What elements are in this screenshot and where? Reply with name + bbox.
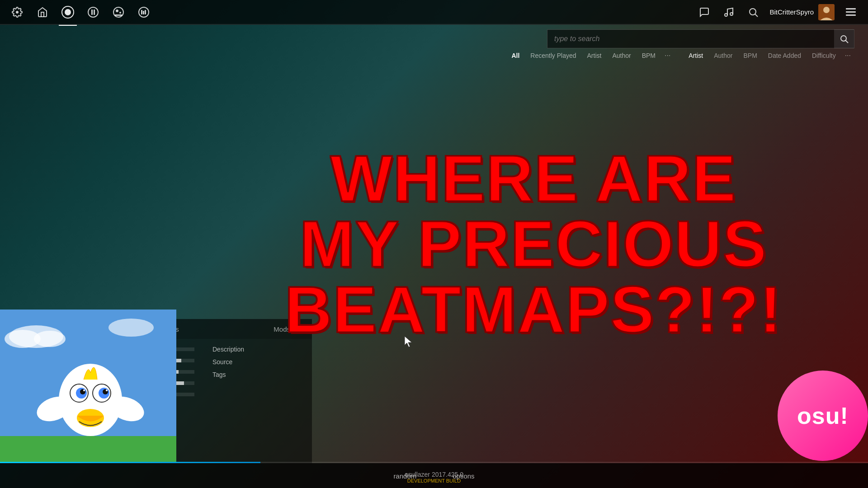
username: BitCritterSpyro xyxy=(769,8,814,16)
sort-tab-author[interactable]: Author xyxy=(708,50,738,61)
character-image xyxy=(0,310,176,463)
svg-point-14 xyxy=(730,13,733,15)
progress-bar xyxy=(0,462,868,463)
settings-icon[interactable] xyxy=(9,4,25,20)
sort-more-button[interactable]: ··· xyxy=(841,50,854,61)
version-info: osullazer 2017.425.0 DEVELOPMENT BUILD xyxy=(405,471,463,483)
svg-point-13 xyxy=(725,14,727,16)
svg-rect-3 xyxy=(91,9,93,15)
svg-point-6 xyxy=(116,9,118,12)
nav-right-icons: BitCritterSpyro xyxy=(687,4,868,20)
svg-point-29 xyxy=(108,319,154,337)
sort-tab-difficulty[interactable]: Difficulty xyxy=(807,50,841,61)
svg-rect-4 xyxy=(94,9,95,15)
description-link[interactable]: Description xyxy=(212,346,303,353)
mania-mode-icon[interactable] xyxy=(136,4,152,20)
sort-tab-date-added[interactable]: Date Added xyxy=(763,50,807,61)
nav-search-icon[interactable] xyxy=(745,4,761,20)
tags-link[interactable]: Tags xyxy=(212,371,303,378)
mods-toggle-button[interactable] xyxy=(294,324,303,333)
svg-rect-12 xyxy=(145,10,146,14)
ctb-mode-icon[interactable] xyxy=(110,4,127,20)
filter-tabs: All Recently Played Artist Author BPM ··… xyxy=(506,50,854,61)
svg-point-7 xyxy=(119,12,121,14)
search-input[interactable] xyxy=(547,35,834,43)
filter-tab-author[interactable]: Author xyxy=(607,50,636,61)
svg-rect-10 xyxy=(141,10,142,14)
mods-label: Mods xyxy=(274,325,290,333)
search-box xyxy=(547,29,854,48)
filter-tab-all[interactable]: All xyxy=(506,50,525,61)
svg-rect-21 xyxy=(846,14,856,16)
svg-point-2 xyxy=(88,7,98,17)
svg-point-15 xyxy=(750,9,756,15)
nav-left-icons xyxy=(0,4,161,20)
stats-info: Description Source Tags xyxy=(212,346,303,402)
filter-tab-recently-played[interactable]: Recently Played xyxy=(525,50,581,61)
svg-rect-8 xyxy=(115,14,122,16)
sort-tab-artist[interactable]: Artist xyxy=(683,50,708,61)
svg-point-18 xyxy=(823,7,830,13)
svg-point-39 xyxy=(106,389,108,391)
hamburger-menu[interactable] xyxy=(843,4,859,20)
user-avatar xyxy=(818,4,835,20)
version-dev: DEVELOPMENT BUILD xyxy=(405,478,463,483)
svg-rect-19 xyxy=(846,8,856,9)
sort-tabs: Artist Author BPM Date Added Difficulty … xyxy=(683,50,854,61)
search-area xyxy=(547,29,854,48)
music-icon[interactable] xyxy=(721,4,737,20)
svg-rect-20 xyxy=(846,11,856,13)
character-sprite xyxy=(0,310,176,463)
osu-mode-icon[interactable] xyxy=(60,4,76,20)
chat-icon[interactable] xyxy=(696,4,712,20)
svg-point-28 xyxy=(34,331,66,347)
svg-rect-25 xyxy=(0,436,176,463)
home-icon[interactable] xyxy=(34,4,51,20)
filter-tab-artist[interactable]: Artist xyxy=(582,50,607,61)
search-button[interactable] xyxy=(834,29,854,48)
filter-tab-bpm[interactable]: BPM xyxy=(637,50,661,61)
source-link[interactable]: Source xyxy=(212,358,303,366)
filter-more-button[interactable]: ··· xyxy=(661,50,674,61)
mods-toggle-area[interactable]: Mods xyxy=(274,324,303,333)
svg-point-1 xyxy=(65,9,71,15)
top-nav: BitCritterSpyro xyxy=(0,0,868,25)
progress-fill xyxy=(0,462,260,463)
svg-line-16 xyxy=(755,14,758,17)
osu-logo[interactable]: osu! xyxy=(778,371,868,461)
bottom-bar: random options osullazer 2017.425.0 DEVE… xyxy=(0,463,868,488)
taiko-mode-icon[interactable] xyxy=(85,4,101,20)
svg-point-22 xyxy=(841,36,846,41)
user-profile[interactable]: BitCritterSpyro xyxy=(769,4,835,20)
svg-rect-11 xyxy=(143,11,144,14)
svg-line-23 xyxy=(846,41,849,43)
svg-point-38 xyxy=(83,389,85,391)
osu-logo-text: osu! xyxy=(797,402,849,429)
sort-tab-bpm[interactable]: BPM xyxy=(738,50,762,61)
osu-logo-circle: osu! xyxy=(778,371,868,461)
version-main: osullazer 2017.425.0 xyxy=(405,471,463,478)
